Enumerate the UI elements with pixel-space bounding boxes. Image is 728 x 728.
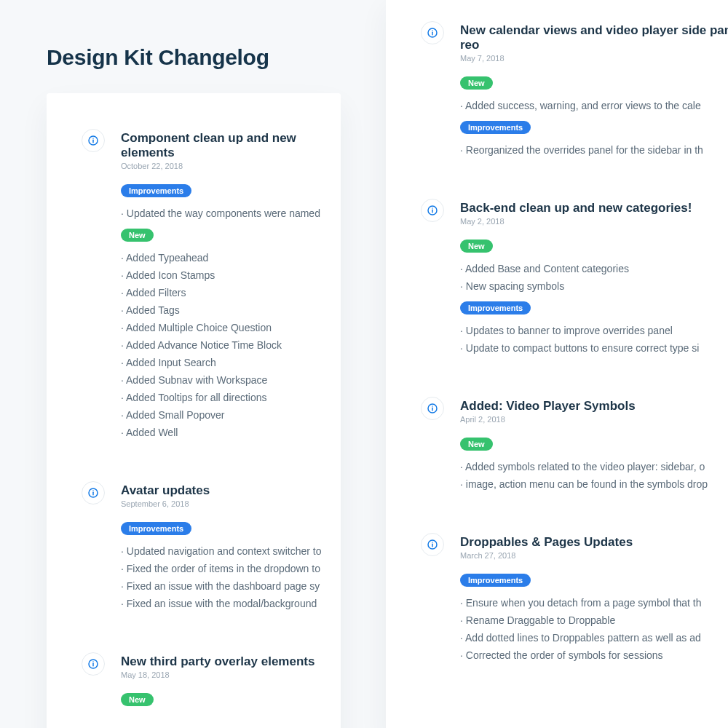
info-icon — [421, 533, 444, 556]
entry-item: · Corrected the order of symbols for ses… — [460, 646, 702, 664]
badge-new: New — [460, 76, 493, 90]
entry-item: · New spacing symbols — [460, 277, 699, 295]
page-title: Design Kit Changelog — [0, 0, 341, 93]
info-icon — [82, 652, 105, 676]
entry-date: October 22, 2018 — [121, 162, 326, 170]
entry-items: · Ensure when you detach from a page sym… — [460, 594, 702, 664]
entry-item: · Add dotted lines to Droppables pattern… — [460, 629, 702, 646]
changelog-entry: Avatar updatesSeptember 6, 2018Improveme… — [82, 483, 341, 612]
right-card: New calendar views and video player side… — [386, 0, 728, 728]
entry-items: · Added success, warning, and error view… — [460, 97, 728, 114]
info-icon — [421, 21, 444, 44]
badge-improvements: Improvements — [460, 121, 531, 134]
changelog-entry: Added: Video Player SymbolsApril 2, 2018… — [421, 399, 728, 493]
entry-item: · image, action menu can be found in the… — [460, 475, 708, 493]
badge-new: New — [460, 438, 493, 451]
entry-title: Droppables & Pages Updates — [460, 535, 702, 550]
entry-item: · Reorganized the overrides panel for th… — [460, 141, 728, 159]
entry-items: · Reorganized the overrides panel for th… — [460, 141, 728, 159]
entry-item: · Updated the way components were named — [121, 205, 326, 222]
entry-item: · Updates to banner to improve overrides… — [460, 322, 699, 339]
entry-item: · Fixed an issue with the modal/backgrou… — [121, 595, 322, 612]
entry-item: · Added Subnav with Workspace — [121, 371, 326, 389]
entry-title: Added: Video Player Symbols — [460, 399, 708, 414]
entry-items: · Added symbols related to the video pla… — [460, 458, 708, 493]
entry-body: Back-end clean up and new categories!May… — [460, 201, 699, 357]
info-icon — [82, 129, 105, 152]
entry-items: · Updated the way components were named — [121, 205, 326, 222]
entry-items: · Added Typeahead· Added Icon Stamps· Ad… — [121, 249, 326, 441]
entry-item: · Added Well — [121, 424, 326, 441]
left-card: Component clean up and new elementsOctob… — [47, 93, 341, 728]
entry-title: New calendar views and video player side… — [460, 23, 728, 52]
entry-item: · Update to compact buttons to ensure co… — [460, 339, 699, 357]
badge-new: New — [460, 240, 493, 253]
entry-item: · Fixed an issue with the dashboard page… — [121, 577, 322, 595]
changelog-entry: Back-end clean up and new categories!May… — [421, 201, 728, 357]
changelog-entry: Component clean up and new elementsOctob… — [82, 131, 341, 441]
badge-improvements: Improvements — [460, 574, 531, 587]
entry-item: · Added Tooltips for all directions — [121, 389, 326, 406]
info-icon — [82, 481, 105, 505]
info-icon — [421, 397, 444, 420]
badge-improvements: Improvements — [121, 522, 191, 535]
entry-title: Component clean up and new elements — [121, 131, 326, 160]
entry-item: · Added Small Popover — [121, 406, 326, 424]
info-icon — [421, 199, 444, 222]
entry-item: · Added Input Search — [121, 354, 326, 371]
entry-item: · Added Filters — [121, 284, 326, 301]
entry-item: · Added success, warning, and error view… — [460, 97, 728, 114]
entry-item: · Added Typeahead — [121, 249, 326, 266]
entry-items: · Updated navigation and context switche… — [121, 542, 322, 612]
changelog-entry: Droppables & Pages UpdatesMarch 27, 2018… — [421, 535, 728, 664]
entry-item: · Added Base and Content categories — [460, 260, 699, 277]
entry-item: · Added Icon Stamps — [121, 266, 326, 284]
entry-item: · Updated navigation and context switche… — [121, 542, 322, 560]
entry-item: · Rename Draggable to Droppable — [460, 612, 702, 629]
entry-date: May 2, 2018 — [460, 217, 699, 226]
entry-date: May 7, 2018 — [460, 54, 728, 63]
entry-item: · Added Tags — [121, 301, 326, 319]
entry-title: Back-end clean up and new categories! — [460, 201, 699, 215]
entry-body: Component clean up and new elementsOctob… — [121, 131, 326, 441]
entry-body: Avatar updatesSeptember 6, 2018Improveme… — [121, 483, 322, 612]
entry-title: New third party overlay elements — [121, 654, 314, 669]
entry-items: · Updates to banner to improve overrides… — [460, 322, 699, 357]
entry-date: April 2, 2018 — [460, 415, 708, 424]
entry-date: September 6, 2018 — [121, 499, 322, 508]
entry-date: March 27, 2018 — [460, 551, 702, 560]
entry-item: · Added Multiple Choice Question — [121, 319, 326, 336]
badge-new: New — [121, 693, 154, 706]
badge-improvements: Improvements — [460, 301, 531, 314]
entry-body: New calendar views and video player side… — [460, 23, 728, 159]
changelog-entry: New third party overlay elementsMay 18, … — [82, 654, 341, 713]
entry-body: New third party overlay elementsMay 18, … — [121, 654, 314, 713]
entry-item: · Added symbols related to the video pla… — [460, 458, 708, 475]
changelog-entry: New calendar views and video player side… — [421, 23, 728, 159]
entry-body: Droppables & Pages UpdatesMarch 27, 2018… — [460, 535, 702, 664]
entry-date: May 18, 2018 — [121, 670, 314, 679]
entry-body: Added: Video Player SymbolsApril 2, 2018… — [460, 399, 708, 493]
entry-title: Avatar updates — [121, 483, 322, 498]
left-column: Design Kit Changelog Component clean up … — [0, 0, 341, 728]
entry-item: · Fixed the order of items in the dropdo… — [121, 560, 322, 577]
badge-new: New — [121, 229, 154, 242]
entry-items: · Added Base and Content categories· New… — [460, 260, 699, 295]
entry-item: · Added Advance Notice Time Block — [121, 336, 326, 354]
entry-item: · Ensure when you detach from a page sym… — [460, 594, 702, 612]
right-column: New calendar views and video player side… — [386, 0, 728, 728]
badge-improvements: Improvements — [121, 184, 191, 197]
